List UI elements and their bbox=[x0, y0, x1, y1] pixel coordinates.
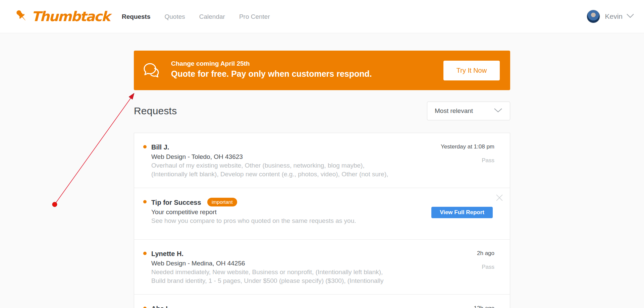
brand-name: Thumbtack bbox=[32, 9, 110, 24]
request-meta: Yesterday at 1:08 pm Pass bbox=[441, 143, 494, 164]
user-menu[interactable]: Kevin bbox=[587, 10, 635, 23]
banner-title: Change coming April 25th bbox=[171, 59, 372, 68]
thumbtack-logo[interactable]: Thumbtack bbox=[13, 8, 110, 25]
unread-dot-icon bbox=[143, 307, 147, 308]
banner-subtitle: Quote for free. Pay only when customers … bbox=[171, 68, 372, 79]
request-meta: 2h ago Pass bbox=[477, 250, 494, 270]
avatar bbox=[587, 10, 600, 23]
banner-text: Change coming April 25th Quote for free.… bbox=[171, 59, 372, 79]
main-nav: Requests Quotes Calendar Pro Center bbox=[122, 0, 284, 33]
request-name: Abe L. bbox=[151, 304, 172, 308]
page-title: Requests bbox=[134, 105, 177, 117]
request-description: (Intentionally left blank), Develop new … bbox=[151, 170, 494, 179]
promo-banner: Change coming April 25th Quote for free.… bbox=[134, 51, 510, 90]
request-description: Needed immediately, New website, Busines… bbox=[151, 268, 494, 276]
request-description: Build brand identity, 1 - 5 pages, Under… bbox=[151, 276, 494, 285]
nav-pro-center[interactable]: Pro Center bbox=[239, 0, 270, 33]
user-name: Kevin bbox=[605, 12, 623, 20]
request-category-location: Web Design - Medina, OH 44256 bbox=[151, 259, 494, 268]
request-row[interactable]: Abe L. 12h ago bbox=[134, 294, 510, 308]
unread-dot-icon bbox=[143, 200, 147, 203]
tip-title: Tip for Success bbox=[151, 198, 201, 207]
view-full-report-button[interactable]: View Full Report bbox=[431, 207, 493, 218]
sort-dropdown[interactable]: Most relevant bbox=[427, 102, 510, 120]
top-navbar: Thumbtack Requests Quotes Calendar Pro C… bbox=[0, 0, 644, 33]
unread-dot-icon bbox=[143, 252, 147, 255]
chevron-down-icon bbox=[493, 107, 503, 115]
request-list: Bill J. Web Design - Toledo, OH 43623 Ov… bbox=[134, 133, 510, 308]
nav-calendar[interactable]: Calendar bbox=[199, 0, 225, 33]
chevron-down-icon bbox=[626, 13, 635, 20]
request-row[interactable]: Lynette H. Web Design - Medina, OH 44256… bbox=[134, 239, 510, 294]
request-timestamp: Yesterday at 1:08 pm bbox=[441, 143, 494, 150]
request-row[interactable]: Bill J. Web Design - Toledo, OH 43623 Ov… bbox=[134, 133, 510, 188]
chat-bubbles-icon bbox=[143, 63, 160, 80]
close-icon[interactable] bbox=[495, 193, 504, 202]
thumbtack-pin-icon bbox=[13, 8, 30, 25]
title-row: Requests Most relevant bbox=[134, 101, 510, 121]
nav-requests[interactable]: Requests bbox=[122, 0, 151, 33]
unread-dot-icon bbox=[143, 145, 147, 148]
nav-quotes[interactable]: Quotes bbox=[165, 0, 185, 33]
request-name: Lynette H. bbox=[151, 249, 183, 258]
pass-link[interactable]: Pass bbox=[482, 264, 494, 270]
request-timestamp: 2h ago bbox=[477, 250, 494, 257]
try-it-now-button[interactable]: Try It Now bbox=[443, 61, 500, 80]
important-badge: important bbox=[207, 198, 237, 206]
main-content: Change coming April 25th Quote for free.… bbox=[134, 51, 510, 308]
request-meta: 12h ago bbox=[474, 305, 494, 308]
request-name: Bill J. bbox=[151, 143, 169, 152]
tip-row[interactable]: Tip for Success important Your competiti… bbox=[134, 188, 510, 239]
sort-value: Most relevant bbox=[435, 107, 473, 115]
pass-link[interactable]: Pass bbox=[482, 157, 494, 164]
request-timestamp: 12h ago bbox=[474, 305, 494, 308]
